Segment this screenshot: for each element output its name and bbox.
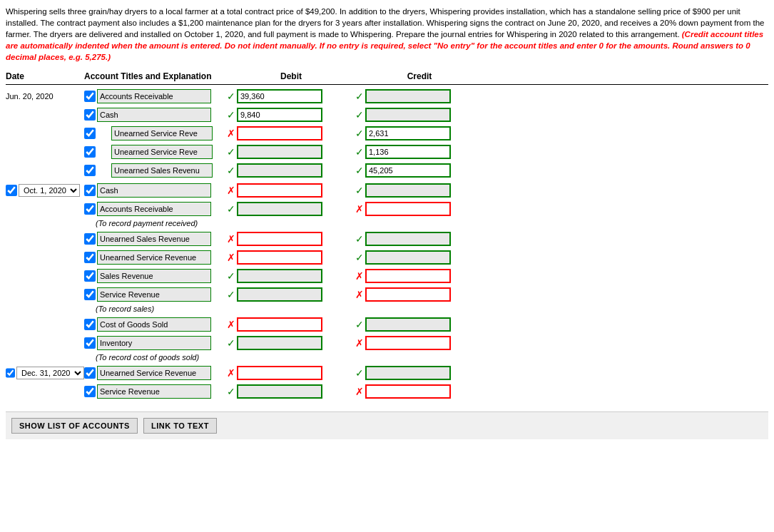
header-credit: Credit bbox=[355, 71, 484, 81]
row5-checkbox[interactable] bbox=[84, 165, 96, 176]
row12-checkbox[interactable] bbox=[84, 319, 96, 330]
header-account: Account Titles and Explanation bbox=[84, 71, 227, 81]
entry1-date: Jun. 20, 2020 bbox=[6, 92, 54, 101]
row1-checkbox[interactable] bbox=[84, 91, 96, 102]
row12-debit-input[interactable] bbox=[237, 317, 322, 332]
row6-credit-check: ✓ bbox=[355, 185, 364, 196]
row2-account-input[interactable] bbox=[97, 108, 211, 122]
table-row: ✓ ✗ bbox=[6, 286, 768, 303]
row11-debit-input[interactable] bbox=[237, 287, 322, 302]
row9-credit-check: ✓ bbox=[355, 252, 364, 263]
row7-account-input[interactable] bbox=[97, 202, 211, 216]
link-to-text-button[interactable]: LINK TO TEXT bbox=[143, 418, 217, 434]
row3-debit-x: ✗ bbox=[227, 128, 235, 139]
row12-credit-input[interactable] bbox=[365, 317, 451, 332]
row9-checkbox[interactable] bbox=[84, 252, 96, 263]
row5-credit-check: ✓ bbox=[355, 165, 364, 176]
row10-credit-x: ✗ bbox=[355, 270, 364, 282]
table-row: ✓ ✗ bbox=[6, 383, 768, 400]
row4-debit-input[interactable] bbox=[237, 145, 322, 159]
show-list-button[interactable]: SHOW LIST OF ACCOUNTS bbox=[11, 418, 138, 434]
note-payment-received: (To record payment received) bbox=[6, 219, 768, 227]
row11-credit-x: ✗ bbox=[355, 289, 364, 300]
row9-debit-x: ✗ bbox=[227, 252, 235, 263]
row11-checkbox[interactable] bbox=[84, 289, 96, 300]
row14-checkbox[interactable] bbox=[84, 367, 96, 379]
row15-debit-input[interactable] bbox=[237, 384, 322, 399]
row14-account-input[interactable] bbox=[97, 366, 211, 380]
row3-checkbox[interactable] bbox=[84, 128, 96, 139]
row8-credit-check: ✓ bbox=[355, 233, 364, 245]
row3-account-input[interactable] bbox=[111, 126, 213, 140]
table-row: ✗ ✓ bbox=[6, 125, 768, 142]
row10-checkbox[interactable] bbox=[84, 270, 96, 282]
row15-credit-input[interactable] bbox=[365, 384, 451, 399]
row2-debit-input[interactable] bbox=[237, 108, 322, 122]
row2-credit-input[interactable] bbox=[365, 108, 451, 122]
row14-date-checkbox[interactable] bbox=[6, 367, 15, 379]
row14-credit-input[interactable] bbox=[365, 366, 451, 380]
row7-debit-check: ✓ bbox=[227, 203, 235, 215]
row1-debit-input[interactable] bbox=[237, 89, 322, 103]
row1-account-input[interactable] bbox=[97, 89, 211, 103]
row8-checkbox[interactable] bbox=[84, 233, 96, 245]
row9-credit-input[interactable] bbox=[365, 250, 451, 265]
row11-debit-check: ✓ bbox=[227, 289, 235, 300]
header-debit: Debit bbox=[227, 71, 355, 81]
row10-debit-check: ✓ bbox=[227, 270, 235, 282]
row8-account-input[interactable] bbox=[97, 232, 211, 246]
row5-credit-input[interactable] bbox=[365, 163, 451, 178]
row9-debit-input[interactable] bbox=[237, 250, 322, 265]
journal-entry-5: Dec. 31, 2020 ✗ ✓ bbox=[6, 364, 768, 400]
row13-debit-check: ✓ bbox=[227, 337, 235, 349]
row13-debit-input[interactable] bbox=[237, 336, 322, 350]
row15-checkbox[interactable] bbox=[84, 386, 96, 397]
row3-credit-input[interactable] bbox=[365, 126, 451, 140]
row15-debit-check: ✓ bbox=[227, 386, 235, 397]
row2-credit-check: ✓ bbox=[355, 109, 364, 121]
row7-debit-input[interactable] bbox=[237, 202, 322, 216]
row5-account-input[interactable] bbox=[111, 163, 213, 178]
row1-credit-input[interactable] bbox=[365, 89, 451, 103]
row6-credit-input[interactable] bbox=[365, 183, 451, 198]
row2-debit-check: ✓ bbox=[227, 109, 235, 121]
row15-account-input[interactable] bbox=[97, 384, 211, 399]
row13-checkbox[interactable] bbox=[84, 337, 96, 349]
journal-entry-3: ✗ ✓ ✗ ✓ bbox=[6, 230, 768, 313]
row10-debit-input[interactable] bbox=[237, 269, 322, 283]
row6-account-input[interactable] bbox=[97, 183, 211, 198]
table-row: Oct. 1, 2020 ✗ ✓ bbox=[6, 182, 768, 199]
row7-checkbox[interactable] bbox=[84, 203, 96, 215]
row8-credit-input[interactable] bbox=[365, 232, 451, 246]
row10-credit-input[interactable] bbox=[365, 269, 451, 283]
table-row: ✓ ✗ bbox=[6, 200, 768, 218]
row3-debit-input[interactable] bbox=[237, 126, 322, 140]
row4-checkbox[interactable] bbox=[84, 146, 96, 158]
row2-checkbox[interactable] bbox=[84, 109, 96, 121]
table-row: ✗ ✓ bbox=[6, 230, 768, 247]
row5-debit-check: ✓ bbox=[227, 165, 235, 176]
row6-checkbox[interactable] bbox=[84, 185, 96, 196]
row13-credit-input[interactable] bbox=[365, 336, 451, 350]
row11-credit-input[interactable] bbox=[365, 287, 451, 302]
row6-date-select[interactable]: Oct. 1, 2020 bbox=[19, 184, 80, 197]
row14-date-select[interactable]: Dec. 31, 2020 bbox=[16, 367, 84, 379]
table-row: ✓ ✓ bbox=[6, 143, 768, 160]
row8-debit-input[interactable] bbox=[237, 232, 322, 246]
row6-debit-input[interactable] bbox=[237, 183, 322, 198]
row4-credit-input[interactable] bbox=[365, 145, 451, 159]
row4-account-input[interactable] bbox=[111, 145, 213, 159]
row14-debit-input[interactable] bbox=[237, 366, 322, 380]
row14-debit-x: ✗ bbox=[227, 367, 235, 379]
row7-credit-x: ✗ bbox=[355, 203, 364, 215]
row5-debit-input[interactable] bbox=[237, 163, 322, 178]
row9-account-input[interactable] bbox=[97, 250, 211, 265]
row3-credit-check: ✓ bbox=[355, 128, 364, 139]
row11-account-input[interactable] bbox=[97, 287, 211, 302]
row13-account-input[interactable] bbox=[97, 336, 211, 350]
row10-account-input[interactable] bbox=[97, 269, 211, 283]
journal-entry-1: Jun. 20, 2020 ✓ ✓ bbox=[6, 88, 768, 179]
row12-account-input[interactable] bbox=[97, 317, 211, 332]
row7-credit-input[interactable] bbox=[365, 202, 451, 216]
row6-date-checkbox[interactable] bbox=[6, 185, 17, 196]
